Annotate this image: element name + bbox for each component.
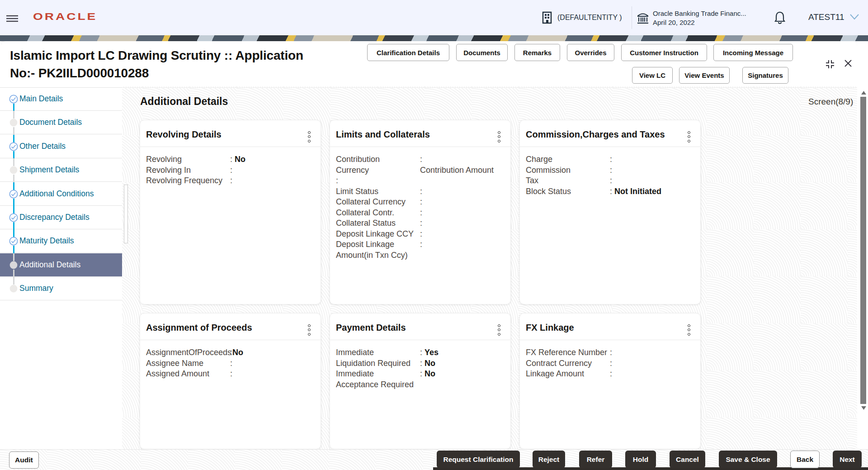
action-button-cancel[interactable]: Cancel [670,451,705,468]
field-row: Linkage Amount: [526,369,694,380]
field-label: Contract Currency [526,358,610,369]
field-row: Liquidation Required: No [336,358,505,369]
card-menu-icon[interactable] [688,131,691,144]
card-menu-icon[interactable] [498,131,501,144]
field-label: Currency [336,165,420,176]
user-menu[interactable]: ATEST11 [808,12,859,22]
card-title: Payment Details [330,313,510,340]
entity-building-icon [542,11,553,24]
field-label: : [336,176,420,186]
sidebar-item-main-details[interactable]: Main Details [0,87,122,111]
field-value: : [610,154,612,165]
collapse-icon[interactable] [824,58,836,70]
card-menu-icon[interactable] [308,324,311,337]
field-row: Assignee Name: [146,358,315,369]
header-button-view-events[interactable]: View Events [679,67,730,84]
card-commission-charges-and-taxes: Commission,Charges and TaxesCharge:Commi… [519,120,701,304]
action-button-request-clarification[interactable]: Request Clarification [437,451,520,468]
field-row: Collateral Status: [336,218,505,229]
step-sidebar: Main DetailsDocument DetailsOther Detail… [0,86,122,449]
field-value: Contribution Amount [420,165,494,176]
audit-button[interactable]: Audit [9,451,39,469]
card-assignment-of-proceeds: Assignment of ProceedsAssignmentOfProcee… [140,313,321,449]
sidebar-item-discrepancy-details[interactable]: Discrepancy Details [0,206,122,229]
card-title: Assignment of Proceeds [140,313,321,340]
user-name: ATEST11 [808,12,844,22]
app-date: April 20, 2022 [653,19,695,26]
step-done-icon [9,190,18,199]
field-label: Block Status [526,186,610,197]
field-label: Revolving Frequency [146,176,230,186]
sidebar-item-shipment-details[interactable]: Shipment Details [0,158,122,182]
field-row: Charge: [526,154,694,165]
step-done-icon [9,213,18,222]
field-label: Deposit Linkage Amount(in Txn Ccy) [336,239,420,261]
main-scrollbar[interactable] [859,88,867,412]
decorative-banner [0,35,868,41]
field-value: : [610,176,612,186]
step-done-icon [9,142,18,151]
hamburger-menu-icon[interactable] [6,15,19,23]
close-icon[interactable] [844,59,852,67]
field-value: : [230,369,232,380]
top-bar: ORACLE (DEFAULTENTITY ) Oracle Banking T… [0,0,868,35]
oracle-logo: ORACLE [33,10,97,22]
header-button-view-lc[interactable]: View LC [632,67,673,84]
card-payment-details: Payment DetailsImmediate: YesLiquidation… [330,313,511,449]
scrollbar-down-arrow[interactable] [861,406,866,410]
field-label: Deposit Linkage CCY [336,229,420,240]
scrollbar-up-arrow[interactable] [861,91,866,95]
field-value: : [230,358,232,369]
action-button-reject[interactable]: Reject [533,451,565,468]
field-label: Immediate [336,347,420,358]
field-label: Immediate [336,369,420,380]
notification-bell-icon[interactable] [774,11,786,24]
sidebar-item-other-details[interactable]: Other Details [0,135,122,158]
sidebar-item-additional-details[interactable]: Additional Details [0,253,122,277]
screen-indicator: Screen(8/9) [808,97,853,107]
app-name[interactable]: Oracle Banking Trade Financ... [653,9,746,17]
header-button-signatures[interactable]: Signatures [742,67,788,84]
field-label: Revolving In [146,165,230,176]
action-button-hold[interactable]: Hold [625,451,656,468]
card-menu-icon[interactable] [498,324,501,337]
field-value: : [610,358,612,369]
field-value: : [420,197,422,208]
field-value: : Not Initiated [610,186,661,197]
card-menu-icon[interactable] [308,131,311,144]
field-row: : [336,176,505,186]
header-button-customer-instruction[interactable]: Customer Instruction [621,44,707,61]
step-connector [13,104,14,111]
card-menu-icon[interactable] [688,324,691,337]
field-value: : [420,218,422,229]
header-button-remarks[interactable]: Remarks [514,44,560,61]
step-connector [13,206,14,214]
header-button-incoming-message[interactable]: Incoming Message [713,44,793,61]
header-button-clarification-details[interactable]: Clarification Details [367,44,449,61]
header-button-overrides[interactable]: Overrides [567,44,614,61]
field-value: : [420,186,422,197]
step-connector [13,182,14,190]
field-label: Revolving [146,154,230,165]
step-connector [13,270,14,277]
step-connector [13,222,14,230]
header-button-documents[interactable]: Documents [456,44,508,61]
action-button-next[interactable]: Next [833,451,862,468]
field-label: Tax [526,176,610,186]
field-row: AssignmentOfProceeds:No [146,347,315,358]
action-button-refer[interactable]: Refer [579,451,612,468]
step-pending-icon [9,284,18,293]
action-button-save-close[interactable]: Save & Close [719,451,777,468]
action-button-back[interactable]: Back [790,451,820,468]
card-title: FX Linkage [520,313,700,340]
field-value: :No [230,347,243,358]
field-row: Deposit Linkage CCY: [336,229,505,240]
field-label: Assigned Amount [146,369,230,380]
sidebar-item-summary[interactable]: Summary [0,277,122,300]
entity-label[interactable]: (DEFAULTENTITY ) [557,14,622,22]
sidebar-item-additional-conditions[interactable]: Additional Conditions [0,182,122,206]
sidebar-item-document-details[interactable]: Document Details [0,111,122,134]
sidebar-item-maturity-details[interactable]: Maturity Details [0,229,122,253]
field-value: : [420,208,422,218]
scrollbar-thumb[interactable] [860,97,866,404]
